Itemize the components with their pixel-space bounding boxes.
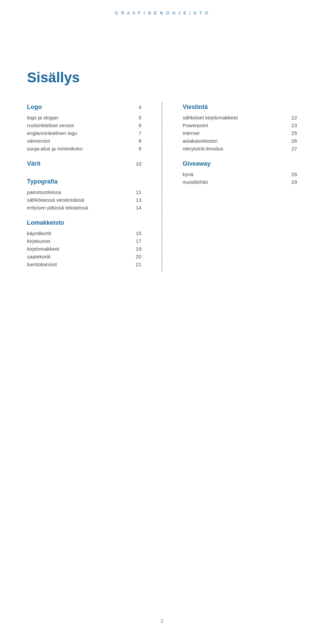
toc-item-label: kynä [183, 171, 287, 177]
toc-item: muistilehtiö29 [183, 178, 297, 186]
page-number: 2 [161, 618, 163, 624]
toc-item: kirjekuoret17 [27, 237, 141, 245]
toc-section-row: Logo4 [27, 103, 141, 114]
toc-item: suoja-alue ja minimikoko9 [27, 145, 141, 152]
toc-item-label: erityisen pitkissä teksteissä [27, 205, 131, 211]
toc-spacer [27, 170, 141, 177]
toc-item: englanninkielinen logo7 [27, 129, 141, 137]
toc-item: kynä28 [183, 170, 297, 178]
toc-section-title: Giveaway [183, 160, 211, 167]
toc-right: Viestintäsähköiset kirjelomakkeet22Power… [169, 103, 297, 271]
toc-left: Logo4logo ja slogan5ruotsinkieliset vers… [27, 103, 155, 271]
toc-item-label: rekrytointi-ilmoitus [183, 146, 287, 151]
toc-spacer [27, 152, 141, 159]
toc-item-number: 14 [131, 205, 141, 211]
toc-item: asiakasrekisteri26 [183, 137, 297, 145]
toc-item-number: 7 [131, 130, 141, 136]
toc-item-number: 9 [131, 146, 141, 151]
toc-container: Logo4logo ja slogan5ruotsinkieliset vers… [27, 103, 297, 271]
dotted-line [162, 103, 162, 271]
toc-item-label: suoja-alue ja minimikoko [27, 146, 131, 151]
toc-section-title: Värit [27, 160, 40, 167]
toc-item-label: logo ja slogan [27, 115, 131, 120]
toc-item: väriversiot8 [27, 137, 141, 145]
toc-item: luentokansiot21 [27, 260, 141, 268]
toc-item: kirjelomakkeet19 [27, 245, 141, 253]
toc-item-number: 17 [131, 238, 141, 244]
toc-item-number: 15 [131, 230, 141, 236]
toc-item-number: 5 [131, 115, 141, 120]
toc-item-label: internet [183, 130, 287, 136]
toc-divider [162, 103, 162, 271]
toc-item: Powerpoint23 [183, 121, 297, 129]
toc-item-label: käyntikortit [27, 230, 131, 236]
toc-item: ruotsinkieliset versiot6 [27, 121, 141, 129]
toc-item: käyntikortit15 [27, 229, 141, 237]
toc-item-label: asiakasrekisteri [183, 138, 287, 144]
toc-item: sähköiset kirjelomakkeet22 [183, 114, 297, 121]
toc-item: logo ja slogan5 [27, 114, 141, 121]
toc-item: sähköisessä viestinnässä13 [27, 196, 141, 204]
toc-item-number: 13 [131, 197, 141, 203]
toc-item-label: luentokansiot [27, 261, 131, 267]
toc-section-row: Viestintä [183, 103, 297, 114]
toc-item-label: englanninkielinen logo [27, 130, 131, 136]
toc-item-label: ruotsinkieliset versiot [27, 122, 131, 128]
toc-item-label: Powerpoint [183, 122, 287, 128]
toc-item-label: väriversiot [27, 138, 131, 144]
toc-item-label: muistilehtiö [183, 179, 287, 185]
toc-item-number: 25 [287, 130, 297, 136]
toc-section-number: 10 [131, 161, 141, 167]
toc-section-title: Logo [27, 104, 42, 111]
toc-item: saatekortit20 [27, 253, 141, 260]
page-title: Sisällys [27, 69, 297, 86]
toc-item: rekrytointi-ilmoitus27 [183, 145, 297, 152]
toc-item-number: 6 [131, 122, 141, 128]
toc-item-number: 26 [287, 138, 297, 144]
toc-item: erityisen pitkissä teksteissä14 [27, 204, 141, 212]
toc-spacer [183, 152, 297, 159]
toc-item-label: kirjelomakkeet [27, 246, 131, 252]
toc-section-row: Lomakkeisto [27, 218, 141, 229]
toc-item-label: painotuotteissa [27, 189, 131, 195]
toc-item-label: saatekortit [27, 254, 131, 259]
toc-item-number: 28 [287, 171, 297, 177]
toc-section-title: Viestintä [183, 104, 208, 111]
toc-section-title: Lomakkeisto [27, 219, 64, 226]
toc-section-number: 4 [131, 104, 141, 110]
toc-spacer [27, 212, 141, 218]
toc-section-row: Typografia [27, 177, 141, 188]
toc-item-number: 23 [287, 122, 297, 128]
toc-item-number: 29 [287, 179, 297, 185]
header-title: G R A A F I N E N O H J E I S T O [115, 11, 209, 16]
toc-item: internet25 [183, 129, 297, 137]
toc-item-label: sähköiset kirjelomakkeet [183, 115, 287, 120]
toc-item-label: sähköisessä viestinnässä [27, 197, 131, 203]
toc-item-number: 22 [287, 115, 297, 120]
toc-item-number: 8 [131, 138, 141, 144]
toc-item-label: kirjekuoret [27, 238, 131, 244]
toc-item-number: 21 [131, 261, 141, 267]
toc-item-number: 20 [131, 254, 141, 259]
toc-item-number: 27 [287, 146, 297, 151]
toc-section-row: Värit10 [27, 159, 141, 170]
toc-item-number: 19 [131, 246, 141, 252]
toc-item-number: 11 [131, 189, 141, 195]
toc-section-title: Typografia [27, 178, 58, 185]
toc-item: painotuotteissa11 [27, 188, 141, 196]
toc-section-row: Giveaway [183, 159, 297, 170]
